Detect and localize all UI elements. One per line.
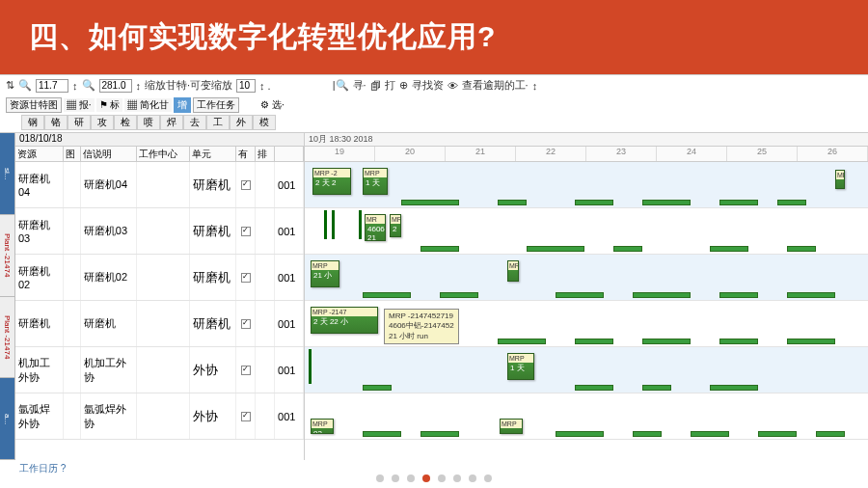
- dot[interactable]: [453, 474, 461, 482]
- col-desc[interactable]: 信说明: [81, 147, 137, 161]
- filter-tabs: 钢 铬 研 攻 检 喷 焊 去 工 外 模: [0, 115, 868, 132]
- load-bar: [719, 292, 758, 298]
- task-bar[interactable]: MR4606 21: [365, 214, 386, 241]
- sort-icon[interactable]: ⇅: [6, 79, 14, 92]
- table-row[interactable]: 研磨机02研磨机02研磨机001: [15, 255, 304, 301]
- tab-0[interactable]: 钢: [21, 115, 44, 130]
- tab-3[interactable]: 攻: [91, 115, 114, 130]
- checkbox-icon[interactable]: [241, 319, 251, 329]
- table-row[interactable]: 机加工外协机加工外协外协001: [15, 347, 304, 393]
- day-header: 22: [516, 147, 586, 161]
- zoom1-input[interactable]: [36, 79, 68, 93]
- tab-1[interactable]: 铬: [44, 115, 68, 130]
- tab-9[interactable]: 外: [230, 115, 253, 130]
- dot[interactable]: [469, 474, 476, 482]
- view-simple[interactable]: ▦ 简化甘: [124, 98, 172, 112]
- task-bar[interactable]: MRP -21472 天 22 小: [311, 307, 378, 334]
- day-header: 25: [727, 147, 798, 161]
- view-gantt[interactable]: 资源甘特图: [6, 97, 62, 113]
- load-bar: [420, 431, 459, 437]
- dot[interactable]: [407, 474, 415, 482]
- tab-8[interactable]: 工: [206, 115, 230, 130]
- gantt-row-3[interactable]: MRP -21472 天 22 小 MRP -2147452719 4606中铝…: [305, 301, 868, 347]
- side-tab-2[interactable]: Plant -21474: [0, 297, 14, 379]
- col-res[interactable]: 资源: [15, 147, 64, 161]
- day-header: 21: [446, 147, 516, 161]
- tab-6[interactable]: 焊: [160, 115, 183, 130]
- dot-active[interactable]: [422, 474, 430, 482]
- col-pai[interactable]: 排: [256, 147, 275, 161]
- find-btn[interactable]: 寻·: [353, 78, 366, 93]
- slide-title: 四、如何实现数字化转型优化应用?: [0, 0, 868, 74]
- load-bar: [642, 339, 691, 344]
- col-you[interactable]: 有: [236, 147, 256, 161]
- gantt-row-2[interactable]: MRP21 小 MR: [305, 255, 868, 301]
- side-tab-1[interactable]: Plant -21474: [0, 215, 14, 297]
- checkbox-icon[interactable]: [241, 180, 251, 190]
- table-row[interactable]: 研磨机研磨机研磨机001: [15, 301, 304, 347]
- gantt-row-5[interactable]: MRP03 MRP: [305, 393, 868, 440]
- table-row[interactable]: 研磨机03研磨机03研磨机001: [15, 208, 304, 255]
- load-bar: [556, 431, 604, 437]
- col-img[interactable]: 图: [64, 147, 81, 161]
- task-bar[interactable]: MRP -22 天 2: [312, 168, 351, 195]
- load-bar: [633, 431, 662, 437]
- dot[interactable]: [438, 474, 446, 482]
- gantt-row-1[interactable]: MR4606 21 MR2: [305, 208, 868, 255]
- gantt-row-0[interactable]: MRP -22 天 2 MRP1 天 MR: [305, 162, 868, 208]
- task-bar[interactable]: MRP21 小: [311, 260, 339, 287]
- load-bar: [575, 339, 613, 344]
- dot[interactable]: [376, 474, 384, 482]
- checkbox-icon[interactable]: [241, 366, 251, 375]
- task-bar[interactable]: MRP1 天: [363, 168, 388, 195]
- tab-2[interactable]: 研: [68, 115, 91, 130]
- task-bar[interactable]: MRP1 天: [507, 353, 534, 380]
- dot[interactable]: [484, 474, 492, 482]
- find-res-btn[interactable]: 寻找资: [412, 78, 444, 93]
- load-bar: [642, 200, 691, 205]
- overdue-btn[interactable]: 查看逾期的工·: [462, 78, 529, 93]
- table-row[interactable]: 研磨机04研磨机04研磨机001: [15, 162, 304, 208]
- view-tasks[interactable]: 工作任务: [193, 97, 239, 113]
- load-bar: [498, 339, 546, 344]
- checkbox-icon[interactable]: [241, 227, 251, 236]
- view-report[interactable]: ▦ 报·: [64, 98, 95, 112]
- resource-grid: 018/10/18 资源 图 信说明 工作中心 单元 有 排 研磨机04研磨机0…: [15, 133, 305, 460]
- load-bar: [642, 385, 671, 391]
- view-add[interactable]: 增: [174, 97, 191, 113]
- day-header: 19: [305, 147, 375, 161]
- tiny-bar: [359, 210, 362, 239]
- gantt-days: 1920212223242526: [305, 147, 868, 162]
- gantt-row-4[interactable]: MRP1 天: [305, 347, 868, 393]
- load-bar: [401, 200, 459, 205]
- scale-input[interactable]: [236, 79, 256, 93]
- dot[interactable]: [392, 474, 399, 482]
- zoom2-input[interactable]: [99, 79, 132, 93]
- tab-7[interactable]: 去: [183, 115, 206, 130]
- col-wc[interactable]: 工作中心: [137, 147, 191, 161]
- col-unit[interactable]: 单元: [190, 147, 236, 161]
- task-bar[interactable]: MR: [507, 260, 519, 282]
- tab-5[interactable]: 喷: [137, 115, 160, 130]
- tab-10[interactable]: 模: [253, 115, 276, 130]
- print-btn[interactable]: 打: [385, 78, 395, 93]
- task-bar[interactable]: MR2: [390, 214, 401, 237]
- task-bar[interactable]: MRP03: [311, 419, 334, 434]
- table-row[interactable]: 氩弧焊外协氩弧焊外协外协001: [15, 393, 304, 440]
- task-bar[interactable]: MRP: [500, 419, 523, 434]
- day-header: 26: [798, 147, 868, 161]
- load-bar: [691, 431, 729, 437]
- tab-4[interactable]: 检: [114, 115, 137, 130]
- side-tab-3[interactable]: a...: [0, 378, 14, 460]
- checkbox-icon[interactable]: [241, 412, 251, 421]
- view-flag[interactable]: ⚑ 标: [96, 98, 123, 112]
- side-tab-0[interactable]: si...: [0, 133, 14, 215]
- day-header: 24: [657, 147, 727, 161]
- col-row[interactable]: [275, 147, 304, 161]
- gantt-chart[interactable]: 10月 18:30 2018 1920212223242526 MRP -22 …: [305, 133, 868, 460]
- zoom-icon[interactable]: 🔍: [18, 79, 32, 92]
- checkbox-icon[interactable]: [241, 273, 251, 283]
- zoom-icon-2[interactable]: 🔍: [82, 79, 95, 92]
- load-bar: [710, 385, 758, 391]
- task-bar[interactable]: MR: [835, 170, 845, 189]
